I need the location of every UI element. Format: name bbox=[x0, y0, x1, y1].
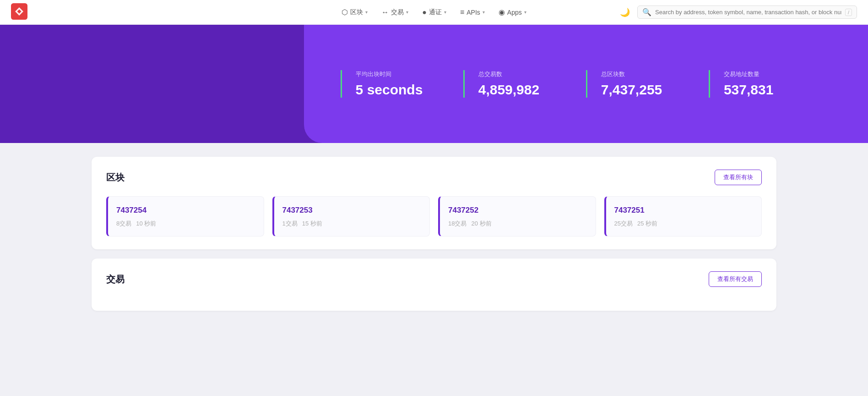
stat-total-txns: 总交易数 4,859,982 bbox=[463, 70, 586, 98]
stat-total-blocks: 总区块数 7,437,255 bbox=[586, 70, 709, 98]
transactions-section-header: 交易 查看所有交易 bbox=[106, 271, 762, 287]
block-txns-count: 25交易 bbox=[614, 220, 633, 228]
main-content: 区块 查看所有块 7437254 8交易 10 秒前 7437253 1交易 1… bbox=[0, 143, 868, 324]
transactions-chevron-icon: ▾ bbox=[406, 10, 408, 15]
block-meta: 8交易 10 秒前 bbox=[116, 220, 255, 228]
block-meta: 1交易 15 秒前 bbox=[282, 220, 422, 228]
block-txns-count: 1交易 bbox=[282, 220, 298, 228]
search-input[interactable] bbox=[655, 9, 841, 16]
stat-avg-block-time-value: 5 seconds bbox=[356, 82, 450, 98]
apps-icon: ◉ bbox=[499, 8, 505, 16]
block-time: 25 秒前 bbox=[637, 220, 657, 228]
block-card[interactable]: 7437253 1交易 15 秒前 bbox=[272, 196, 430, 236]
nav-apps-label: Apps bbox=[507, 9, 522, 16]
transactions-section-title: 交易 bbox=[106, 273, 125, 286]
hero-stats: 平均出块时间 5 seconds 总交易数 4,859,982 总区块数 7,4… bbox=[304, 25, 868, 143]
nav-transactions-label: 交易 bbox=[391, 8, 404, 16]
block-time: 15 秒前 bbox=[302, 220, 322, 228]
stat-total-txns-label: 总交易数 bbox=[478, 70, 572, 78]
block-txns-count: 8交易 bbox=[116, 220, 131, 228]
nav-item-blocks[interactable]: ⬡ 区块 ▾ bbox=[336, 5, 373, 19]
blocks-section: 区块 查看所有块 7437254 8交易 10 秒前 7437253 1交易 1… bbox=[92, 157, 776, 249]
search-shortcut-badge: / bbox=[845, 9, 852, 16]
stat-total-txns-value: 4,859,982 bbox=[478, 82, 572, 98]
transactions-section: 交易 查看所有交易 bbox=[92, 258, 776, 311]
view-all-blocks-button[interactable]: 查看所有块 bbox=[715, 170, 762, 185]
block-number: 7437251 bbox=[614, 206, 754, 215]
block-meta: 25交易 25 秒前 bbox=[614, 220, 754, 228]
dark-mode-toggle[interactable]: 🌙 bbox=[618, 6, 632, 19]
nav-blocks-label: 区块 bbox=[350, 8, 363, 16]
stat-total-blocks-value: 7,437,255 bbox=[601, 82, 695, 98]
hero-banner: 平均出块时间 5 seconds 总交易数 4,859,982 总区块数 7,4… bbox=[0, 25, 868, 143]
nav-item-transactions[interactable]: ↔ 交易 ▾ bbox=[376, 6, 414, 19]
tokens-icon: ● bbox=[422, 8, 427, 16]
block-card[interactable]: 7437251 25交易 25 秒前 bbox=[604, 196, 762, 236]
stat-avg-block-time: 平均出块时间 5 seconds bbox=[341, 70, 463, 98]
nav-tokens-label: 通证 bbox=[429, 8, 442, 16]
block-card[interactable]: 7437252 18交易 20 秒前 bbox=[438, 196, 596, 236]
tokens-chevron-icon: ▾ bbox=[444, 10, 446, 15]
stat-total-addresses-value: 537,831 bbox=[724, 82, 818, 98]
blocks-section-header: 区块 查看所有块 bbox=[106, 170, 762, 185]
block-time: 20 秒前 bbox=[471, 220, 491, 228]
nav-item-tokens[interactable]: ● 通证 ▾ bbox=[417, 6, 452, 19]
stat-avg-block-time-label: 平均出块时间 bbox=[356, 70, 450, 78]
stat-total-blocks-label: 总区块数 bbox=[601, 70, 695, 78]
logo[interactable] bbox=[11, 3, 27, 22]
stat-total-addresses-label: 交易地址数量 bbox=[724, 70, 818, 78]
stat-total-addresses: 交易地址数量 537,831 bbox=[709, 70, 831, 98]
block-txns-count: 18交易 bbox=[448, 220, 467, 228]
block-time: 10 秒前 bbox=[136, 220, 156, 228]
blocks-icon: ⬡ bbox=[342, 8, 348, 16]
navigation: ⬡ 区块 ▾ ↔ 交易 ▾ ● 通证 ▾ ≡ APIs ▾ ◉ Apps ▾ 🌙… bbox=[0, 0, 868, 25]
nav-apis-label: APIs bbox=[467, 9, 480, 16]
blocks-chevron-icon: ▾ bbox=[365, 10, 368, 15]
nav-item-apps[interactable]: ◉ Apps ▾ bbox=[493, 5, 532, 19]
block-number: 7437253 bbox=[282, 206, 422, 215]
nav-links: ⬡ 区块 ▾ ↔ 交易 ▾ ● 通证 ▾ ≡ APIs ▾ ◉ Apps ▾ bbox=[336, 5, 532, 19]
blocks-grid: 7437254 8交易 10 秒前 7437253 1交易 15 秒前 7437… bbox=[106, 196, 762, 236]
nav-item-apis[interactable]: ≡ APIs ▾ bbox=[455, 6, 490, 19]
block-number: 7437252 bbox=[448, 206, 587, 215]
search-bar: 🔍 / bbox=[637, 6, 857, 19]
apis-icon: ≡ bbox=[460, 8, 464, 16]
apis-chevron-icon: ▾ bbox=[483, 10, 485, 15]
view-all-transactions-button[interactable]: 查看所有交易 bbox=[709, 271, 762, 287]
blocks-section-title: 区块 bbox=[106, 171, 125, 184]
block-number: 7437254 bbox=[116, 206, 255, 215]
apps-chevron-icon: ▾ bbox=[524, 10, 526, 15]
search-icon: 🔍 bbox=[642, 8, 651, 16]
block-card[interactable]: 7437254 8交易 10 秒前 bbox=[106, 196, 264, 236]
nav-right: 🌙 🔍 / bbox=[618, 6, 857, 19]
transactions-icon: ↔ bbox=[381, 8, 389, 16]
block-meta: 18交易 20 秒前 bbox=[448, 220, 587, 228]
